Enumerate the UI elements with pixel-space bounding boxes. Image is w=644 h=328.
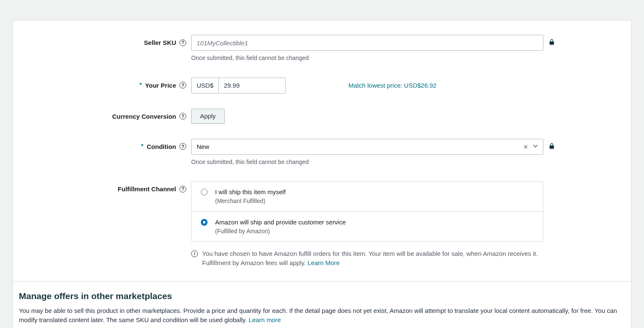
offer-form-card: Seller SKU ? Once submitted, this field …: [13, 20, 631, 281]
fulfillment-info-text: You have chosen to have Amazon fulfill o…: [202, 250, 538, 266]
help-icon[interactable]: ?: [179, 82, 186, 89]
chevron-down-icon[interactable]: [533, 142, 538, 151]
price-input[interactable]: [218, 78, 286, 94]
condition-hint: Once submitted, this field cannot be cha…: [191, 158, 543, 167]
fulfillment-option-fba[interactable]: Amazon will ship and provide customer se…: [192, 211, 543, 242]
label-seller-sku: Seller SKU: [144, 38, 176, 47]
help-icon[interactable]: ?: [179, 143, 186, 150]
row-condition: * Condition ? New × Once submitted, this…: [13, 139, 631, 167]
required-marker: *: [141, 142, 143, 151]
row-fulfillment-channel: Fulfillment Channel ? I will ship this i…: [13, 181, 631, 268]
fulfillment-info: i You have chosen to have Amazon fulfill…: [191, 249, 543, 268]
condition-value: New: [197, 142, 209, 151]
apply-button[interactable]: Apply: [191, 109, 225, 124]
fulfillment-option-sub: (Merchant Fulfilled): [215, 197, 286, 206]
fulfillment-radio-group: I will ship this item myself (Merchant F…: [191, 181, 543, 242]
fulfillment-option-title: Amazon will ship and provide customer se…: [215, 218, 346, 226]
label-your-price: Your Price: [145, 81, 176, 90]
label-fulfillment-channel: Fulfillment Channel: [118, 185, 176, 193]
help-icon[interactable]: ?: [179, 39, 186, 46]
fulfillment-option-title: I will ship this item myself: [215, 187, 286, 196]
other-marketplaces-section: Manage offers in other marketplaces You …: [13, 281, 631, 328]
help-icon[interactable]: ?: [179, 186, 186, 193]
info-icon: i: [191, 250, 198, 257]
learn-more-link[interactable]: Learn more: [249, 316, 281, 323]
section-title: Manage offers in other marketplaces: [19, 290, 625, 302]
fulfillment-option-merchant[interactable]: I will ship this item myself (Merchant F…: [192, 182, 543, 211]
row-your-price: * Your Price ? USD$ Match lowest price: …: [13, 78, 631, 94]
match-lowest-price-link[interactable]: Match lowest price: USD$26.92: [348, 81, 436, 90]
radio-icon[interactable]: [201, 219, 208, 226]
required-marker: *: [140, 81, 142, 89]
condition-select[interactable]: New ×: [191, 139, 543, 155]
seller-sku-hint: Once submitted, this field cannot be cha…: [191, 54, 543, 62]
row-seller-sku: Seller SKU ? Once submitted, this field …: [13, 35, 631, 62]
lock-icon: [548, 142, 555, 152]
label-currency-conversion: Currency Conversion: [112, 112, 176, 121]
help-icon[interactable]: ?: [179, 113, 186, 120]
learn-more-link[interactable]: Learn More: [308, 259, 340, 266]
section-body: You may be able to sell this product in …: [19, 307, 617, 323]
label-condition: Condition: [147, 142, 176, 151]
currency-prefix: USD$: [191, 78, 218, 94]
row-currency-conversion: Currency Conversion ? Apply: [13, 109, 631, 124]
close-icon[interactable]: ×: [523, 143, 528, 151]
radio-icon[interactable]: [201, 189, 208, 195]
lock-icon: [548, 38, 555, 48]
seller-sku-input[interactable]: [191, 35, 543, 51]
fulfillment-option-sub: (Fulfilled by Amazon): [215, 227, 346, 236]
